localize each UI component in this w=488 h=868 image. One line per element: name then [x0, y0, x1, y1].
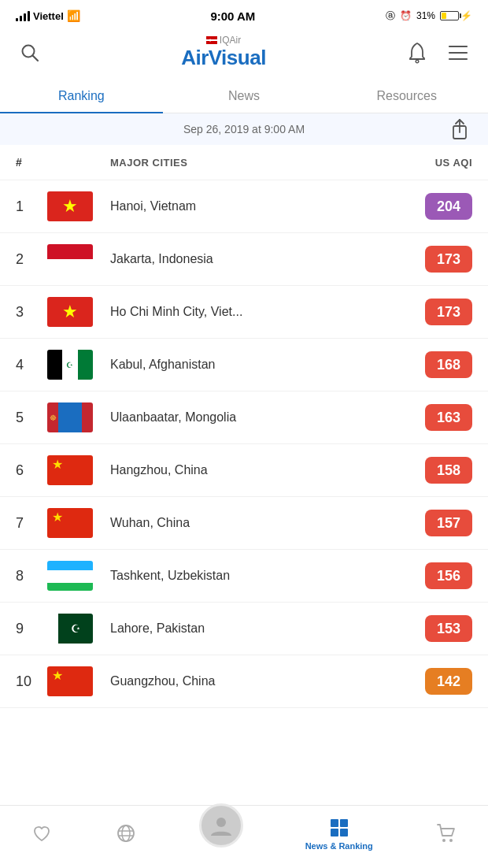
tab-resources[interactable]: Resources — [325, 80, 488, 113]
rank-number: 1 — [16, 198, 47, 215]
app-logo: + IQAir AirVisual — [181, 35, 266, 70]
svg-rect-17 — [340, 819, 348, 827]
time-display: 9:00 AM — [210, 9, 255, 23]
menu-button[interactable] — [444, 39, 472, 67]
aqi-badge: 142 — [425, 668, 472, 695]
flag-cell: ★ — [47, 666, 110, 696]
nav-profile[interactable] — [187, 814, 256, 852]
wifi-icon: 📶 — [67, 9, 80, 22]
nav-news-ranking[interactable]: News & Ranking — [293, 811, 386, 855]
profile-avatar — [199, 803, 243, 848]
aqi-badge: 168 — [425, 351, 472, 378]
svg-line-1 — [33, 55, 39, 61]
aqi-badge: 157 — [425, 510, 472, 536]
city-name: Tashkent, Uzbekistan — [110, 569, 425, 583]
tab-ranking[interactable]: Ranking — [0, 80, 163, 113]
rank-number: 2 — [16, 251, 47, 268]
table-row[interactable]: 1 ★ Hanoi, Vietnam 204 — [0, 180, 488, 233]
svg-rect-18 — [331, 829, 338, 836]
list-icon — [328, 816, 350, 838]
app-header: + IQAir AirVisual — [0, 28, 488, 80]
nav-world[interactable] — [102, 818, 150, 849]
status-right: ⓐ ⏰ 31% ⚡ — [386, 9, 472, 23]
city-list: 1 ★ Hanoi, Vietnam 204 2 Jakarta, Indone… — [0, 180, 488, 708]
logo-airvisual: AirVisual — [181, 46, 266, 70]
flag-cell: ☸ — [47, 402, 110, 432]
tab-bar: Ranking News Resources — [0, 80, 488, 113]
aqi-badge: 204 — [425, 193, 472, 220]
table-row[interactable]: 6 ★ Hangzhou, China 158 — [0, 444, 488, 497]
share-button[interactable] — [447, 117, 472, 142]
table-row[interactable]: 5 ☸ Ulaanbaatar, Mongolia 163 — [0, 391, 488, 444]
city-column-header: MAJOR CITIES — [110, 157, 435, 169]
header-actions — [403, 39, 472, 67]
rank-number: 6 — [16, 462, 47, 479]
rank-number: 7 — [16, 515, 47, 532]
flag-cell: ☪ — [47, 350, 110, 380]
lock-icon: ⓐ — [386, 9, 395, 23]
svg-text:+: + — [209, 38, 212, 43]
rank-number: 8 — [16, 568, 47, 584]
rank-number: 3 — [16, 304, 47, 321]
globe-icon — [115, 822, 137, 844]
status-bar: Viettel 📶 9:00 AM ⓐ ⏰ 31% ⚡ — [0, 0, 488, 28]
city-name: Hanoi, Vietnam — [110, 199, 425, 213]
battery-percent: 31% — [416, 10, 435, 21]
city-name: Wuhan, China — [110, 516, 425, 530]
carrier-label: Viettel — [33, 10, 64, 22]
city-name: Jakarta, Indonesia — [110, 252, 425, 266]
cart-icon — [435, 822, 457, 844]
status-left: Viettel 📶 — [16, 9, 80, 22]
rank-number: 9 — [16, 621, 47, 637]
aqi-column-header: US AQI — [435, 157, 472, 169]
flag-cell: ☪ — [47, 614, 110, 644]
aqi-badge: 163 — [425, 404, 472, 431]
svg-point-21 — [449, 839, 453, 842]
city-name: Ho Chi Minh City, Viet... — [110, 305, 425, 319]
search-button[interactable] — [16, 39, 44, 67]
table-row[interactable]: 4 ☪ Kabul, Afghanistan 168 — [0, 339, 488, 391]
table-row[interactable]: 9 ☪ Lahore, Pakistan 153 — [0, 603, 488, 655]
svg-point-5 — [416, 60, 419, 63]
rank-number: 10 — [16, 673, 47, 690]
svg-point-12 — [122, 825, 130, 841]
notification-button[interactable] — [403, 39, 431, 67]
nav-favorite[interactable] — [18, 818, 65, 849]
aqi-badge: 173 — [425, 246, 472, 273]
city-name: Lahore, Pakistan — [110, 621, 425, 636]
flag-cell — [47, 244, 110, 274]
svg-rect-16 — [331, 819, 338, 827]
aqi-badge: 156 — [425, 562, 472, 589]
signal-icon — [16, 10, 30, 21]
nav-news-ranking-label: News & Ranking — [305, 841, 373, 851]
logo-iqair: + IQAir — [206, 35, 241, 46]
table-row[interactable]: 3 ★ Ho Chi Minh City, Viet... 173 — [0, 286, 488, 339]
table-row[interactable]: 2 Jakarta, Indonesia 173 — [0, 233, 488, 286]
aqi-badge: 173 — [425, 299, 472, 325]
city-name: Guangzhou, China — [110, 674, 425, 688]
city-name: Ulaanbaatar, Mongolia — [110, 410, 425, 425]
city-name: Kabul, Afghanistan — [110, 358, 425, 372]
flag-cell: ★ — [47, 508, 110, 538]
alarm-icon: ⏰ — [400, 10, 412, 21]
city-name: Hangzhou, China — [110, 463, 425, 477]
tab-news[interactable]: News — [163, 80, 326, 113]
rank-number: 4 — [16, 357, 47, 373]
svg-point-15 — [216, 818, 226, 827]
nav-shop[interactable] — [423, 818, 470, 849]
svg-point-20 — [442, 839, 445, 842]
battery-icon: ⚡ — [440, 10, 472, 21]
date-label: Sep 26, 2019 at 9:00 AM — [183, 123, 305, 135]
flag-cell — [47, 561, 110, 591]
rank-number: 5 — [16, 410, 47, 426]
table-row[interactable]: 8 Tashkent, Uzbekistan 156 — [0, 550, 488, 603]
svg-point-11 — [118, 825, 134, 841]
aqi-badge: 158 — [425, 457, 472, 484]
heart-icon — [31, 822, 53, 844]
table-row[interactable]: 7 ★ Wuhan, China 157 — [0, 497, 488, 550]
table-row[interactable]: 10 ★ Guangzhou, China 142 — [0, 655, 488, 708]
bottom-nav: News & Ranking — [0, 805, 488, 868]
flag-cell: ★ — [47, 297, 110, 327]
aqi-badge: 153 — [425, 615, 472, 642]
ranking-list: # MAJOR CITIES US AQI 1 ★ Hanoi, Vietnam… — [0, 145, 488, 779]
